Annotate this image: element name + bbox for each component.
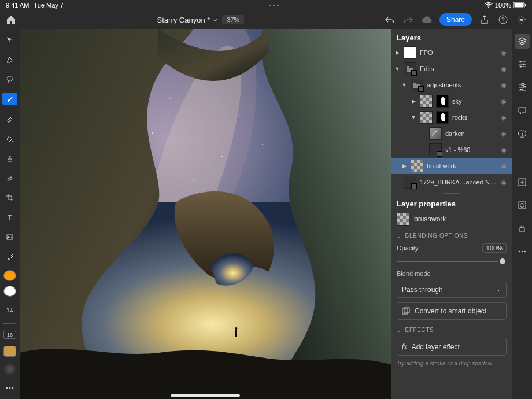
brush-size-indicator[interactable]: 16 xyxy=(3,331,16,339)
layers-panel-button[interactable] xyxy=(515,34,530,49)
svg-point-5 xyxy=(7,76,13,81)
properties-panel-button[interactable] xyxy=(515,57,530,72)
brush-tool[interactable] xyxy=(2,93,17,105)
svg-point-35 xyxy=(235,327,238,330)
status-time: 9:41 AM xyxy=(6,2,29,9)
effects-header[interactable]: ⌄ EFFECTS xyxy=(397,324,507,333)
app-header: Starry Canyon * 37% Share xyxy=(0,10,532,29)
visibility-toggle[interactable]: ◉ xyxy=(501,146,509,154)
lock-button[interactable] xyxy=(515,221,530,236)
blending-options-header[interactable]: ⌄ BLENDING OPTIONS xyxy=(397,230,507,239)
healing-tool[interactable] xyxy=(2,172,17,184)
layer-properties-panel: Layer properties brushwork ⌄ BLENDING OP… xyxy=(391,196,512,372)
layer-adjustments-group[interactable]: ▼ adjustments ◉ xyxy=(391,77,512,93)
zoom-level[interactable]: 37% xyxy=(222,15,244,24)
layer-label: adjustments xyxy=(427,82,497,88)
redo-button[interactable] xyxy=(402,14,414,25)
blend-mode-select[interactable]: Pass through xyxy=(397,282,507,298)
slider-handle[interactable] xyxy=(498,257,507,265)
layer-rocks[interactable]: ▼ rocks ◉ xyxy=(391,109,512,125)
place-photo-tool[interactable] xyxy=(2,231,17,243)
home-indicator[interactable] xyxy=(171,394,240,397)
layer-darken[interactable]: darken ◉ xyxy=(391,125,512,142)
disclosure-icon[interactable]: ▶ xyxy=(401,163,407,169)
layer-sky[interactable]: ▶ sky ◉ xyxy=(391,93,512,109)
svg-rect-37 xyxy=(404,308,409,313)
visibility-toggle[interactable]: ◉ xyxy=(501,82,509,89)
disclosure-icon[interactable]: ▼ xyxy=(401,82,407,88)
settings-button[interactable] xyxy=(516,14,527,25)
svg-rect-46 xyxy=(519,202,526,209)
share-button[interactable]: Share xyxy=(439,13,472,26)
visibility-toggle[interactable]: ◉ xyxy=(501,162,509,170)
layer-mask-thumbnail xyxy=(436,95,449,108)
adjustments-panel-button[interactable] xyxy=(515,80,530,95)
eraser-tool[interactable] xyxy=(2,112,17,125)
svg-point-12 xyxy=(6,387,8,389)
fill-tool[interactable] xyxy=(2,132,17,145)
opacity-slider[interactable] xyxy=(397,257,507,265)
layer-v1[interactable]: v1 - %60 ◉ xyxy=(391,142,512,158)
new-layer-button[interactable] xyxy=(515,175,530,190)
svg-point-47 xyxy=(520,204,524,208)
battery-pct: 100% xyxy=(495,2,511,9)
eyedropper-tool[interactable] xyxy=(2,250,17,263)
svg-point-27 xyxy=(193,179,194,180)
svg-point-8 xyxy=(9,178,10,179)
swap-colors-button[interactable] xyxy=(2,304,17,316)
svg-point-21 xyxy=(169,98,171,99)
clone-stamp-tool[interactable] xyxy=(2,152,17,165)
help-button[interactable] xyxy=(497,14,509,25)
layer-thumbnail xyxy=(404,176,416,189)
toolbar-divider xyxy=(3,323,16,324)
brush-color-chip[interactable] xyxy=(3,346,16,357)
layer-brushwork[interactable]: ▶ brushwork ◉ xyxy=(391,158,512,174)
disclosure-icon[interactable]: ▼ xyxy=(394,66,400,72)
add-layer-effect-button[interactable]: fx Add layer effect xyxy=(397,338,507,356)
layer-mask-button[interactable] xyxy=(515,198,530,213)
layer-edits-group[interactable]: ▼ Edits ◉ xyxy=(391,61,512,77)
layer-fpo[interactable]: ▶ FPO ◉ xyxy=(391,45,512,61)
layer-background-image[interactable]: 1729_BURKA…anced-NR33 ◉ xyxy=(391,174,512,190)
svg-rect-34 xyxy=(235,330,237,337)
visibility-toggle[interactable]: ◉ xyxy=(501,98,509,105)
disclosure-icon[interactable]: ▶ xyxy=(411,98,416,104)
foreground-color-swatch[interactable] xyxy=(3,270,16,281)
panel-resize-grip[interactable] xyxy=(391,190,512,196)
svg-rect-36 xyxy=(402,309,408,314)
multitasking-dots[interactable] xyxy=(64,5,485,6)
svg-point-13 xyxy=(9,387,11,389)
document-title[interactable]: Starry Canyon * xyxy=(157,16,218,24)
export-button[interactable] xyxy=(479,14,490,25)
crop-tool[interactable] xyxy=(2,191,17,204)
brush-preview[interactable] xyxy=(3,364,16,375)
home-button[interactable] xyxy=(5,13,17,26)
visibility-toggle[interactable]: ◉ xyxy=(501,179,509,186)
opacity-value[interactable]: 100% xyxy=(482,243,507,253)
more-tools-button[interactable] xyxy=(2,382,17,394)
cloud-sync-icon[interactable] xyxy=(421,14,433,25)
comments-panel-button[interactable] xyxy=(515,103,530,118)
more-actions-button[interactable] xyxy=(515,244,530,259)
visibility-toggle[interactable]: ◉ xyxy=(501,114,509,121)
type-tool[interactable] xyxy=(2,211,17,224)
disclosure-icon[interactable]: ▼ xyxy=(411,114,416,120)
background-color-swatch[interactable] xyxy=(3,286,16,297)
canvas-area[interactable] xyxy=(20,29,391,399)
transform-tool[interactable] xyxy=(2,53,17,66)
disclosure-icon[interactable]: ▶ xyxy=(394,50,400,56)
move-tool[interactable] xyxy=(2,34,17,46)
undo-button[interactable] xyxy=(384,14,396,25)
visibility-toggle[interactable]: ◉ xyxy=(501,65,509,73)
svg-point-49 xyxy=(519,251,520,253)
svg-point-38 xyxy=(520,61,522,63)
svg-point-28 xyxy=(221,156,223,157)
convert-smart-object-button[interactable]: Convert to smart object xyxy=(397,302,507,320)
effects-hint: Try adding a stroke or a drop shadow. xyxy=(397,360,507,367)
info-panel-button[interactable] xyxy=(515,126,530,141)
chevron-down-icon: ⌄ xyxy=(397,233,402,239)
lasso-tool[interactable] xyxy=(2,73,17,86)
visibility-toggle[interactable]: ◉ xyxy=(501,49,509,57)
visibility-toggle[interactable]: ◉ xyxy=(501,130,509,138)
properties-title: Layer properties xyxy=(397,200,507,208)
